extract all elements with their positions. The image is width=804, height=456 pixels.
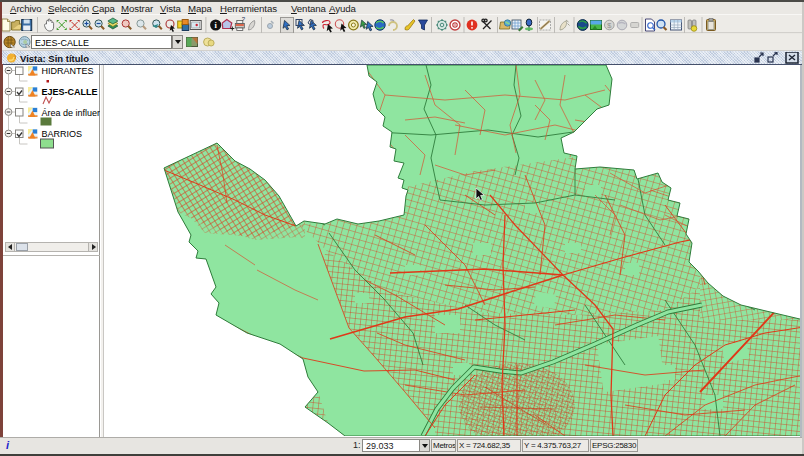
svg-text:BARRIOS: BARRIOS xyxy=(42,129,83,139)
svg-text:Área de influen: Área de influen xyxy=(42,108,101,118)
svg-text:EJES-CALLE: EJES-CALLE xyxy=(42,87,98,97)
svg-text:HIDRANTES: HIDRANTES xyxy=(42,66,94,76)
svg-text:$: $ xyxy=(607,21,612,30)
svg-text:?: ? xyxy=(242,16,246,22)
